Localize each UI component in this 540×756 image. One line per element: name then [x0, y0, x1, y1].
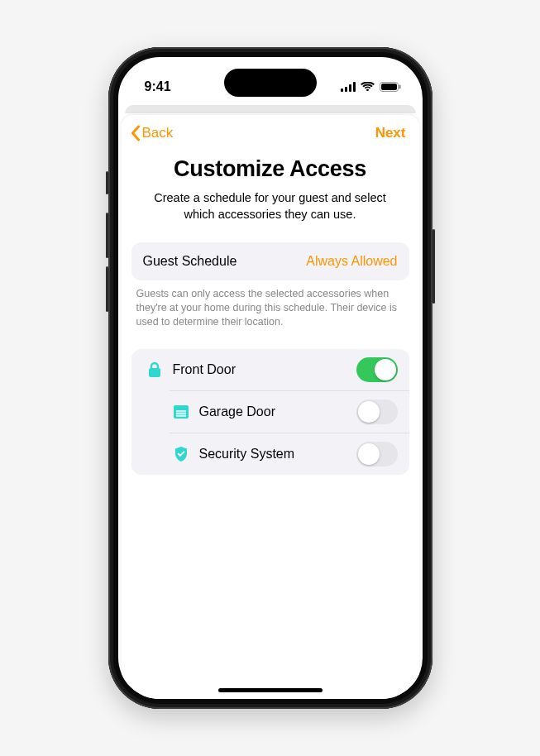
guest-schedule-label: Guest Schedule	[143, 254, 307, 269]
accessory-label: Security System	[199, 447, 356, 462]
accessory-toggle[interactable]	[356, 400, 398, 424]
accessories-group: Front Door Garage Door Security System	[131, 349, 409, 475]
volume-down-button	[106, 266, 108, 312]
toggle-knob	[375, 359, 396, 380]
accessory-row: Front Door	[131, 349, 409, 390]
customize-access-sheet: Back Next Customize Access Create a sche…	[122, 115, 419, 699]
page-title: Customize Access	[122, 156, 419, 182]
sheet-background-card	[125, 105, 416, 113]
toggle-knob	[358, 443, 380, 465]
svg-rect-6	[399, 85, 400, 89]
chevron-left-icon	[130, 125, 141, 141]
guest-schedule-value: Always Allowed	[306, 254, 397, 269]
guest-schedule-group: Guest Schedule Always Allowed	[131, 242, 409, 280]
toggle-knob	[358, 401, 380, 423]
svg-rect-0	[341, 89, 343, 92]
svg-rect-1	[345, 87, 347, 92]
volume-up-button	[106, 213, 108, 258]
accessory-toggle[interactable]	[356, 442, 398, 467]
accessory-row: Security System	[170, 433, 409, 475]
accessory-toggle[interactable]	[356, 357, 398, 382]
back-label: Back	[142, 125, 174, 141]
dynamic-island	[224, 69, 317, 97]
status-time: 9:41	[145, 79, 171, 94]
next-button[interactable]: Next	[375, 125, 406, 141]
accessory-label: Garage Door	[199, 404, 356, 419]
lock-icon	[143, 361, 166, 378]
home-indicator[interactable]	[218, 688, 323, 692]
nav-bar: Back Next	[122, 115, 419, 150]
svg-rect-5	[381, 84, 397, 90]
guest-schedule-footnote: Guests can only access the selected acce…	[136, 287, 404, 329]
accessory-row: Garage Door	[170, 390, 409, 433]
svg-rect-12	[176, 415, 186, 417]
svg-rect-7	[149, 368, 160, 377]
power-button	[432, 229, 435, 304]
screen: 9:41	[118, 57, 423, 699]
phone-device-frame: 9:41	[108, 47, 432, 709]
status-indicators	[341, 82, 401, 92]
svg-rect-3	[353, 82, 356, 92]
battery-icon	[380, 82, 401, 92]
page-subtitle: Create a schedule for your guest and sel…	[145, 190, 396, 222]
wifi-icon	[361, 82, 375, 92]
garage-icon	[170, 404, 193, 419]
silence-switch	[106, 171, 108, 194]
svg-rect-2	[349, 84, 351, 92]
accessories-section: Front Door Garage Door Security System	[131, 349, 409, 475]
cellular-icon	[341, 82, 356, 92]
guest-schedule-row[interactable]: Guest Schedule Always Allowed	[131, 242, 409, 280]
svg-rect-10	[176, 410, 186, 412]
accessory-label: Front Door	[173, 362, 356, 377]
back-button[interactable]: Back	[130, 125, 174, 141]
svg-rect-11	[176, 413, 186, 414]
guest-schedule-section: Guest Schedule Always Allowed Guests can…	[131, 242, 409, 329]
shield-icon	[170, 446, 193, 462]
